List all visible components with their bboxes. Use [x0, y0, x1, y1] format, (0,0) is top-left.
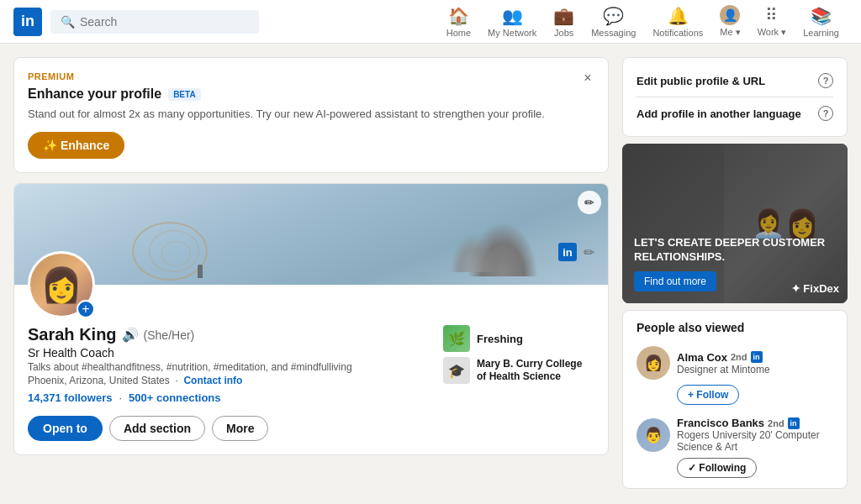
company-name: Freshing	[477, 333, 523, 345]
person-item-francisco: 👨 Francisco Banks 2nd in Rogers Universi…	[637, 412, 833, 458]
people-title: People also viewed	[637, 321, 833, 334]
edit-profile-url-card: Edit public profile & URL ? Add profile …	[622, 57, 848, 137]
school-logo: 🎓	[443, 357, 470, 384]
nav-item-messaging[interactable]: 💬 Messaging	[583, 0, 644, 44]
bell-icon: 🔔	[668, 6, 689, 26]
edit-profile-button[interactable]: ✏	[584, 244, 594, 260]
nav-item-home[interactable]: 🏠 Home	[438, 0, 479, 44]
edit-url-help-icon[interactable]: ?	[818, 73, 833, 88]
add-language-label: Add profile in another language	[637, 108, 801, 120]
network-icon: 👥	[502, 6, 523, 26]
pencil-icon: ✏	[584, 196, 594, 209]
edit-banner-button[interactable]: ✏	[578, 191, 601, 214]
enhance-button[interactable]: ✨ Enhance	[28, 132, 124, 159]
premium-title: Enhance your profile	[28, 87, 161, 102]
followers-row: 14,371 followers · 500+ connections	[28, 391, 430, 404]
following-francisco-button[interactable]: ✓ Following	[677, 458, 757, 478]
linkedin-badge-francisco: in	[788, 417, 800, 429]
close-card-button[interactable]: ×	[578, 68, 598, 88]
ad-card: 👩‍💼👩 LET'S CREATE DEEPER CUSTOMER RELATI…	[622, 144, 848, 303]
add-language-help-icon[interactable]: ?	[818, 106, 833, 121]
education-item: 🎓 Mary B. Curry College of Health Scienc…	[443, 357, 594, 384]
premium-label: PREMIUM	[28, 71, 594, 81]
people-also-viewed-card: People also viewed 👩 Alma Cox 2nd in Des…	[622, 310, 848, 489]
pronouns: (She/Her)	[144, 328, 195, 342]
person-avatar-francisco: 👨	[637, 418, 670, 452]
profile-description: Talks about #healthandfitness, #nutritio…	[28, 361, 430, 373]
nav-item-notifications[interactable]: 🔔 Notifications	[644, 0, 711, 44]
me-avatar: 👤	[720, 5, 740, 25]
profile-name: Sarah King 🔊 (She/Her)	[28, 325, 430, 344]
messaging-icon: 💬	[603, 6, 624, 26]
contact-info-link[interactable]: Contact info	[183, 375, 242, 386]
connections-link[interactable]: 500+ connections	[129, 391, 220, 404]
person-name-francisco: Francisco Banks 2nd in	[677, 417, 833, 429]
linkedin-badge-alma: in	[751, 351, 763, 363]
edit-url-label: Edit public profile & URL	[637, 75, 765, 87]
more-button[interactable]: More	[212, 416, 268, 441]
edit-url-row[interactable]: Edit public profile & URL ?	[637, 68, 833, 93]
company-item: 🌿 Freshing	[443, 325, 523, 352]
linkedin-logo[interactable]: in	[13, 8, 42, 36]
followers-link[interactable]: 14,371 followers	[28, 391, 112, 404]
premium-desc: Stand out for almost 2x as many opportun…	[28, 107, 594, 122]
profile-location: Phoenix, Arizona, United States · Contac…	[28, 375, 430, 386]
jobs-icon: 💼	[553, 6, 574, 26]
nav-item-work[interactable]: ⠿ Work ▾	[749, 0, 795, 44]
person-avatar-alma: 👩	[637, 346, 670, 380]
company-logo: 🌿	[443, 325, 470, 352]
connections-separator: ·	[119, 391, 122, 404]
nav-item-me[interactable]: 👤 Me ▾	[711, 0, 748, 44]
learning-icon: 📚	[811, 6, 832, 26]
beta-badge: BETA	[168, 88, 200, 101]
action-buttons-row: Open to Add section More	[28, 416, 594, 441]
search-bar: 🔍	[50, 10, 259, 34]
search-input[interactable]	[80, 15, 249, 29]
linkedin-share-icon: in	[558, 243, 577, 261]
nav-item-learning[interactable]: 📚 Learning	[795, 0, 848, 44]
ad-headline: LET'S CREATE DEEPER CUSTOMER RELATIONSHI…	[634, 236, 836, 265]
nav-item-network[interactable]: 👥 My Network	[479, 0, 545, 44]
search-icon: 🔍	[61, 15, 75, 29]
school-name: Mary B. Curry College of Health Science	[477, 358, 594, 384]
ad-cta-button[interactable]: Find out more	[634, 271, 716, 291]
person-role-alma: Designer at Mintome	[677, 364, 833, 375]
premium-title-row: Enhance your profile BETA	[28, 87, 594, 102]
nav-item-jobs[interactable]: 💼 Jobs	[545, 0, 583, 44]
add-section-button[interactable]: Add section	[109, 416, 205, 441]
person-item: 👩 Alma Cox 2nd in Designer at Mintome	[637, 341, 833, 385]
home-icon: 🏠	[448, 6, 469, 26]
grid-icon: ⠿	[765, 5, 778, 25]
add-language-row[interactable]: Add profile in another language ?	[637, 101, 833, 126]
person-name-alma: Alma Cox 2nd in	[677, 351, 833, 364]
follow-alma-button[interactable]: + Follow	[677, 385, 739, 405]
person-role-francisco: Rogers University 20' Computer Science &…	[677, 429, 833, 453]
profile-card: ✏ in ✏ 👩 + Sarah Kin	[13, 183, 609, 455]
profile-title: Sr Health Coach	[28, 346, 430, 360]
premium-enhance-card: × PREMIUM Enhance your profile BETA Stan…	[13, 57, 609, 173]
open-to-button[interactable]: Open to	[28, 416, 103, 441]
add-photo-button[interactable]: +	[77, 300, 95, 318]
sound-icon[interactable]: 🔊	[122, 327, 139, 343]
